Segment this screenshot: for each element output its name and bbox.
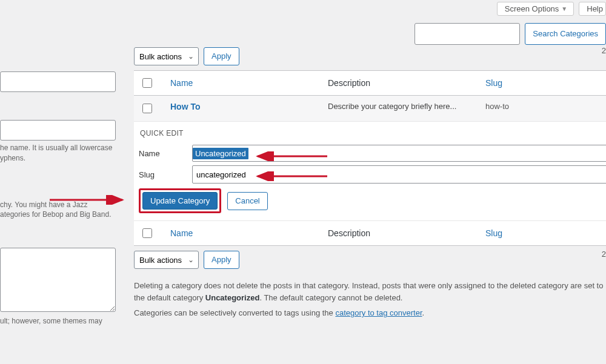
bulk-actions-select-bottom[interactable]: Bulk actions <box>134 251 199 269</box>
bulk-actions-select[interactable]: Bulk actions <box>134 47 199 65</box>
description-field[interactable] <box>0 248 116 312</box>
column-name-bottom[interactable]: Name <box>164 221 322 246</box>
row-checkbox[interactable] <box>142 104 152 113</box>
item-count-bottom: 2 <box>602 250 606 259</box>
description-hint: ult; however, some themes may <box>0 316 115 326</box>
column-slug-bottom[interactable]: Slug <box>479 221 606 246</box>
column-slug[interactable]: Slug <box>479 71 606 96</box>
name-field[interactable] <box>0 71 116 92</box>
quickedit-name-value: Uncategorized <box>193 148 248 159</box>
quickedit-slug-input[interactable] <box>192 165 606 184</box>
select-all-checkbox[interactable] <box>142 78 152 88</box>
quick-edit-row: QUICK EDIT Name Uncategorized Slug <box>134 122 606 221</box>
quick-edit-title: QUICK EDIT <box>139 129 606 137</box>
column-description-bottom: Description <box>322 221 479 246</box>
parent-hint: chy. You might have a Jazz ategories for… <box>0 200 115 220</box>
update-category-button[interactable]: Update Category <box>142 192 218 210</box>
column-name[interactable]: Name <box>164 71 322 96</box>
item-count-top: 2 <box>602 46 606 55</box>
screen-options-label: Screen Options <box>505 4 559 13</box>
slug-hint: he name. It is usually all lowercase yph… <box>0 143 115 164</box>
help-label: Help <box>587 4 603 13</box>
category-slug: how-to <box>485 102 509 111</box>
chevron-down-icon: ▼ <box>561 5 567 12</box>
category-name-link[interactable]: How To <box>170 102 201 111</box>
bulk-actions-wrap-bottom: Bulk actions ⌄ <box>134 251 199 269</box>
select-all-checkbox-bottom[interactable] <box>142 228 152 238</box>
apply-button-top[interactable]: Apply <box>204 47 239 65</box>
bulk-actions-wrap: Bulk actions ⌄ <box>134 47 199 65</box>
converter-link[interactable]: category to tag converter <box>335 308 422 317</box>
search-categories-button[interactable]: Search Categories <box>525 23 606 45</box>
category-description: Describe your category briefly here... <box>328 102 456 111</box>
help-toggle[interactable]: Help <box>579 2 606 16</box>
highlight-box: Update Category <box>139 188 221 213</box>
table-row: How To Describe your category briefly he… <box>134 96 606 122</box>
screen-options-toggle[interactable]: Screen Options ▼ <box>497 2 574 16</box>
cancel-button[interactable]: Cancel <box>227 192 267 210</box>
slug-field[interactable] <box>0 120 116 141</box>
quickedit-name-input[interactable]: Uncategorized <box>192 145 606 162</box>
search-input[interactable] <box>415 23 520 45</box>
quickedit-slug-label: Slug <box>139 170 192 179</box>
quickedit-name-label: Name <box>139 149 192 158</box>
column-description: Description <box>322 71 479 96</box>
footer-note: Deleting a category does not delete the … <box>134 280 606 319</box>
apply-button-bottom[interactable]: Apply <box>204 251 239 269</box>
